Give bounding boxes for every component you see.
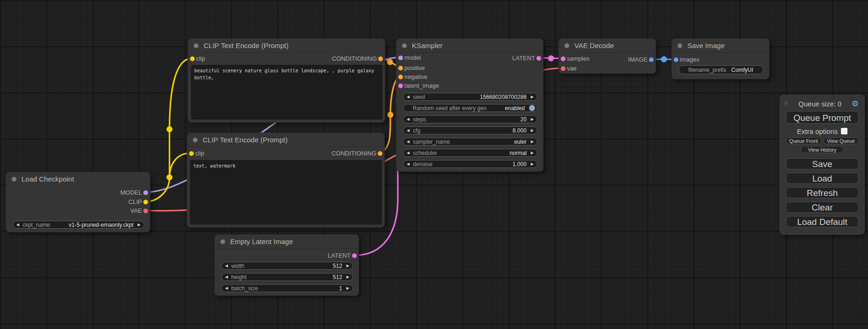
node-titlebar[interactable]: VAE Decode: [559, 39, 656, 53]
input-dot-latent-image[interactable]: [398, 84, 403, 88]
increment-arrow-icon[interactable]: ▶: [531, 129, 534, 133]
collapse-dot-icon[interactable]: [193, 138, 198, 142]
reroute-dot-clip-upper[interactable]: [167, 126, 173, 133]
increment-arrow-icon[interactable]: ▶: [531, 162, 534, 166]
input-label-vae: vae: [567, 65, 577, 72]
reroute-dot-positive[interactable]: [387, 59, 393, 65]
widget-denoise[interactable]: ◀ denoise 1.000 ▶: [403, 160, 537, 168]
widget-scheduler[interactable]: ◀ scheduler normal ▶: [403, 149, 537, 157]
widget-filename-prefix[interactable]: filename_prefix ComfyUI: [678, 65, 763, 74]
node-save-image[interactable]: Save Image images filename_prefix ComfyU…: [671, 38, 769, 79]
increment-arrow-icon[interactable]: ▶: [346, 275, 349, 279]
collapse-dot-icon[interactable]: [565, 43, 569, 48]
collapse-dot-icon[interactable]: [402, 43, 407, 48]
input-dot-samples[interactable]: [561, 56, 565, 61]
load-button[interactable]: Load: [786, 173, 859, 184]
output-dot-latent[interactable]: [536, 56, 541, 61]
prompt-textarea[interactable]: text, watermark: [190, 160, 382, 224]
clear-button[interactable]: Clear: [786, 202, 859, 213]
increment-arrow-icon[interactable]: ▶: [346, 264, 349, 268]
widget-sampler-name[interactable]: ◀ sampler_name euler ▶: [403, 138, 537, 146]
load-default-button[interactable]: Load Default: [786, 216, 859, 227]
output-dot-conditioning[interactable]: [378, 151, 382, 156]
decrement-arrow-icon[interactable]: ◀: [225, 287, 228, 290]
node-title: Load Checkpoint: [21, 175, 74, 183]
decrement-arrow-icon[interactable]: ◀: [407, 162, 409, 166]
widget-label: scheduler: [413, 150, 437, 156]
node-ksampler[interactable]: KSampler model positive negative latent_…: [396, 38, 543, 172]
increment-arrow-icon[interactable]: ▶: [531, 95, 534, 99]
decrement-arrow-icon[interactable]: ◀: [225, 264, 228, 268]
node-empty-latent-image[interactable]: Empty Latent Image LATENT ◀ width 512 ▶ …: [214, 234, 359, 296]
input-label-negative: negative: [404, 73, 427, 80]
node-titlebar[interactable]: CLIP Text Encode (Prompt): [187, 133, 384, 147]
view-queue-button[interactable]: View Queue: [823, 137, 859, 144]
refresh-button[interactable]: Refresh: [786, 187, 859, 198]
decrement-arrow-icon[interactable]: ◀: [407, 151, 409, 155]
reroute-dot-negative[interactable]: [388, 112, 394, 118]
widget-ckpt-name[interactable]: ◀ ckpt_name v1-5-pruned-emaonly.ckpt ▶: [13, 221, 144, 229]
view-history-button[interactable]: View History: [801, 146, 844, 153]
prompt-textarea[interactable]: beautiful scenery nature glass bottle la…: [191, 65, 382, 119]
widget-batch-size[interactable]: ◀ batch_size 1 ▶: [221, 284, 353, 292]
widget-random-seed-toggle[interactable]: Random seed after every gen enabled: [403, 104, 537, 112]
collapse-dot-icon[interactable]: [12, 177, 16, 182]
widget-value: v1-5-pruned-emaonly.ckpt: [50, 222, 134, 228]
widget-steps[interactable]: ◀ steps 20 ▶: [403, 115, 537, 123]
input-dot-negative[interactable]: [398, 75, 403, 79]
node-clip-text-encode-negative[interactable]: CLIP Text Encode (Prompt) clip CONDITION…: [187, 133, 385, 228]
node-titlebar[interactable]: CLIP Text Encode (Prompt): [188, 39, 385, 53]
input-dot-images[interactable]: [674, 57, 678, 62]
widget-width[interactable]: ◀ width 512 ▶: [221, 262, 353, 270]
output-dot-model[interactable]: [143, 190, 148, 195]
output-dot-conditioning[interactable]: [378, 56, 383, 61]
widget-value: 1.000: [432, 161, 527, 168]
input-dot-positive[interactable]: [398, 66, 403, 70]
node-titlebar[interactable]: Empty Latent Image: [215, 235, 359, 249]
node-load-checkpoint[interactable]: Load Checkpoint MODEL CLIP VAE ◀ ckpt_na…: [6, 172, 150, 232]
input-label-clip: clip: [196, 55, 205, 62]
reroute-dot-image[interactable]: [661, 56, 667, 63]
node-vae-decode[interactable]: VAE Decode samples vae IMAGE: [558, 38, 656, 74]
increment-arrow-icon[interactable]: ▶: [531, 118, 534, 121]
output-label-image: IMAGE: [628, 56, 648, 63]
increment-arrow-icon[interactable]: ▶: [346, 287, 349, 290]
collapse-dot-icon[interactable]: [220, 239, 225, 244]
input-dot-vae[interactable]: [561, 66, 565, 71]
input-dot-model[interactable]: [398, 56, 403, 60]
widget-seed[interactable]: ◀ seed 156680208700286 ▶: [403, 93, 537, 101]
decrement-arrow-icon[interactable]: ◀: [225, 275, 228, 279]
output-dot-latent[interactable]: [352, 253, 357, 258]
reroute-dot-clip-lower[interactable]: [167, 175, 173, 181]
node-titlebar[interactable]: KSampler: [396, 39, 543, 53]
settings-gear-icon[interactable]: ⚙: [852, 100, 859, 108]
extra-options-checkbox[interactable]: [841, 128, 847, 134]
increment-arrow-icon[interactable]: ▶: [138, 223, 141, 227]
node-clip-text-encode-positive[interactable]: CLIP Text Encode (Prompt) clip CONDITION…: [188, 38, 385, 123]
toggle-knob-icon[interactable]: [529, 105, 535, 111]
node-titlebar[interactable]: Load Checkpoint: [6, 172, 150, 186]
save-button[interactable]: Save: [786, 158, 859, 169]
decrement-arrow-icon[interactable]: ◀: [407, 140, 409, 144]
decrement-arrow-icon[interactable]: ◀: [16, 223, 19, 227]
decrement-arrow-icon[interactable]: ◀: [407, 118, 409, 121]
reroute-dot-latent[interactable]: [548, 56, 554, 62]
increment-arrow-icon[interactable]: ▶: [531, 151, 534, 155]
collapse-dot-icon[interactable]: [677, 43, 682, 48]
queue-front-button[interactable]: Queue Front: [786, 137, 821, 144]
decrement-arrow-icon[interactable]: ◀: [407, 95, 409, 99]
node-titlebar[interactable]: Save Image: [672, 39, 769, 53]
widget-height[interactable]: ◀ height 512 ▶: [221, 273, 353, 281]
output-dot-clip[interactable]: [143, 200, 148, 204]
output-dot-vae[interactable]: [143, 209, 148, 213]
output-dot-image[interactable]: [649, 57, 654, 62]
queue-prompt-button[interactable]: Queue Prompt: [786, 111, 859, 124]
widget-label: seed: [413, 94, 425, 100]
collapse-dot-icon[interactable]: [194, 43, 198, 48]
drag-handle-icon[interactable]: ⠿: [784, 100, 789, 107]
input-dot-clip[interactable]: [190, 56, 195, 61]
input-dot-clip[interactable]: [189, 151, 194, 156]
widget-cfg[interactable]: ◀ cfg 8.000 ▶: [403, 126, 537, 134]
increment-arrow-icon[interactable]: ▶: [531, 140, 534, 144]
decrement-arrow-icon[interactable]: ◀: [407, 129, 409, 133]
